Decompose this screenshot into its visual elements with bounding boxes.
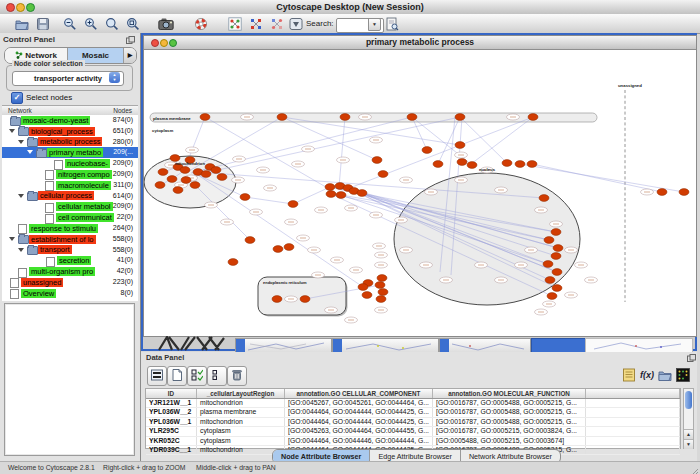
attribute-table-header[interactable]: ID_cellularLayoutRegionannotation.GO CEL… xyxy=(146,389,680,399)
graph-node[interactable] xyxy=(173,187,183,194)
minimize-window-icon[interactable] xyxy=(16,3,25,12)
table-cell[interactable]: YJR121W__1 xyxy=(146,399,197,407)
float-panel-icon[interactable] xyxy=(687,354,696,362)
minimized-window-strip[interactable] xyxy=(332,338,439,353)
birdseye-view[interactable] xyxy=(4,303,135,456)
graph-node[interactable] xyxy=(657,189,667,196)
graph-edge[interactable] xyxy=(532,164,662,192)
graph-node[interactable] xyxy=(200,114,210,121)
graph-node[interactable] xyxy=(358,284,368,291)
scroll-up-icon[interactable]: ▲ xyxy=(684,429,693,439)
table-cell[interactable]: [GO:0045263, GO:0044464, GO:0044455, G..… xyxy=(285,427,433,435)
select-attributes-icon[interactable] xyxy=(187,366,207,386)
table-row[interactable]: YPL036W__2plasma membrane[GO:0044464, GO… xyxy=(146,408,680,417)
table-cell[interactable]: mitochondrion xyxy=(197,399,285,407)
table-cell[interactable]: [GO:0005488, GO:0005215, GO:0003674] xyxy=(433,437,586,445)
zoom-out-icon[interactable] xyxy=(63,17,77,31)
table-cell[interactable]: [GO:0016787, GO:0005215, GO:0003824, G..… xyxy=(433,427,586,435)
table-cell[interactable]: [GO:0044464, GO:0044444, GO:0044425, G..… xyxy=(285,418,433,426)
table-row[interactable]: YPL036W__1mitochondrion[GO:0044464, GO:0… xyxy=(146,418,680,427)
zoom-in-icon[interactable] xyxy=(84,17,98,31)
zoom-fit-icon[interactable] xyxy=(126,17,140,31)
table-icon[interactable] xyxy=(147,366,167,386)
combo-stepper-icon[interactable]: ▲▼ xyxy=(109,72,120,83)
tree-item[interactable]: secretion41(0) xyxy=(2,255,138,266)
table-cell[interactable]: YPL036W__2 xyxy=(146,408,197,416)
column-header[interactable]: annotation.GO MOLECULAR_FUNCTION xyxy=(433,389,586,398)
table-scrollbar[interactable]: ▲ ▼ xyxy=(683,388,694,449)
expand-arrow-icon[interactable] xyxy=(27,150,33,154)
tree-item[interactable]: mosaic-demo-yeast874(0) xyxy=(2,115,138,126)
node-color-select[interactable]: transporter activity xyxy=(12,71,124,86)
expand-arrow-icon[interactable] xyxy=(9,129,15,133)
graph-node[interactable] xyxy=(211,167,221,174)
column-header[interactable] xyxy=(586,389,680,398)
tree-item[interactable]: primary metabo209(... xyxy=(2,147,138,158)
graph-node[interactable] xyxy=(515,161,525,168)
table-cell[interactable]: YLR295C xyxy=(146,427,197,435)
notes-icon[interactable] xyxy=(622,368,637,382)
column-header[interactable]: ID xyxy=(146,389,197,398)
graph-edge[interactable] xyxy=(198,175,363,287)
table-cell[interactable]: [GO:0016787, GO:0005488, GO:0005215, G..… xyxy=(433,399,586,407)
graph-node[interactable] xyxy=(325,184,335,191)
graph-node[interactable] xyxy=(375,282,385,289)
tree-item[interactable]: macromolecule311(0) xyxy=(2,180,138,191)
graph-node[interactable] xyxy=(455,142,465,149)
table-cell[interactable]: [GO:0044464, GO:0044446, GO:0044444, G..… xyxy=(285,437,433,445)
table-row[interactable]: YJR121W__1mitochondrion[GO:0045267, GO:0… xyxy=(146,399,680,408)
graph-node[interactable] xyxy=(547,293,557,300)
graph-node[interactable] xyxy=(326,191,336,198)
graph-red-icon[interactable] xyxy=(228,17,242,31)
open-icon[interactable] xyxy=(15,17,29,31)
matrix-icon[interactable] xyxy=(676,368,691,382)
close-window-icon[interactable] xyxy=(6,3,15,12)
search-advanced-icon[interactable] xyxy=(385,17,399,31)
graph-node[interactable] xyxy=(502,160,512,167)
graph-node[interactable] xyxy=(528,114,538,121)
graph-node[interactable] xyxy=(217,174,227,181)
graph-node[interactable] xyxy=(273,246,283,253)
graph-node[interactable] xyxy=(378,289,388,296)
attribute-table[interactable]: ID_cellularLayoutRegionannotation.GO CEL… xyxy=(145,388,681,449)
graph-node[interactable] xyxy=(300,296,310,303)
graph-node[interactable] xyxy=(357,190,367,197)
graph-node[interactable] xyxy=(201,171,211,178)
graph-node[interactable] xyxy=(467,162,477,169)
graph-node[interactable] xyxy=(551,229,561,236)
search-dropdown-icon[interactable]: ▼ xyxy=(368,18,381,31)
graph-edge[interactable] xyxy=(339,117,345,187)
graph-node[interactable] xyxy=(277,114,287,121)
new-attribute-icon[interactable] xyxy=(167,366,187,386)
graph-blue-icon[interactable] xyxy=(249,17,263,31)
tree-item[interactable]: multi-organism pro42(0) xyxy=(2,266,138,277)
tree-item[interactable]: response to stimulu264(0) xyxy=(2,223,138,234)
graph-node[interactable] xyxy=(544,237,554,244)
function-icon[interactable]: f(x) xyxy=(640,368,655,382)
graph-node[interactable] xyxy=(190,182,200,189)
graph-node[interactable] xyxy=(340,114,350,121)
net-zoom-icon[interactable] xyxy=(169,39,177,47)
graph-pink-icon[interactable] xyxy=(270,17,284,31)
unselect-attributes-icon[interactable] xyxy=(207,366,227,386)
graph-node[interactable] xyxy=(376,296,386,303)
zoom-region-icon[interactable] xyxy=(105,17,119,31)
zoom-window-icon[interactable] xyxy=(26,3,35,12)
graph-node[interactable] xyxy=(455,114,465,121)
graph-node[interactable] xyxy=(378,171,388,178)
network-canvas[interactable]: plasma membrane cytoplasm mitochondrion … xyxy=(144,50,694,335)
net-close-icon[interactable] xyxy=(151,39,159,47)
lifebuoy-icon[interactable] xyxy=(194,17,208,31)
column-header[interactable]: annotation.GO CELLULAR_COMPONENT xyxy=(285,389,433,398)
delete-attribute-icon[interactable] xyxy=(227,366,247,386)
expand-arrow-icon[interactable] xyxy=(18,194,24,198)
graph-node[interactable] xyxy=(551,253,561,260)
graph-node[interactable] xyxy=(240,194,250,201)
graph-node[interactable] xyxy=(272,296,282,303)
select-nodes-checkbox[interactable]: ✓ xyxy=(11,92,23,104)
tree-item[interactable]: nucleobase-209(0) xyxy=(2,158,138,169)
scrollbar-thumb[interactable] xyxy=(685,391,692,409)
tree-item[interactable]: cellular process614(0) xyxy=(2,191,138,202)
graph-edge[interactable] xyxy=(245,197,293,204)
tree-item[interactable]: cell communicat22(0) xyxy=(2,212,138,223)
